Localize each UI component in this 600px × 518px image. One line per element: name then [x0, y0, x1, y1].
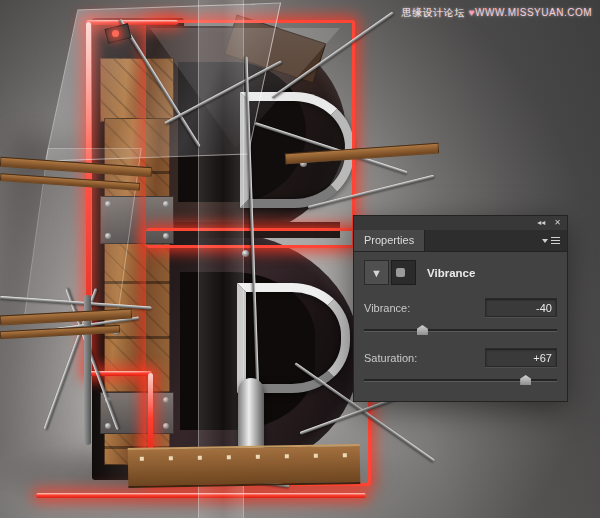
panel-title: Vibrance — [427, 267, 475, 279]
panel-tab-bar: Properties — [353, 230, 568, 252]
menu-lines-icon — [551, 237, 560, 244]
vibrance-slider-thumb[interactable] — [417, 325, 428, 335]
adjustment-header-row: ▼ Vibrance — [354, 252, 567, 287]
rivet — [105, 423, 111, 429]
menu-triangle-icon — [542, 239, 548, 243]
wood-base-plank — [128, 444, 361, 488]
close-panel-icon[interactable]: ✕ — [554, 219, 561, 227]
panel-menu-icon[interactable] — [535, 230, 567, 251]
saturation-label: Saturation: — [364, 352, 417, 364]
watermark-site-name: 思缘设计论坛 — [402, 7, 465, 18]
vibrance-slider[interactable] — [364, 324, 557, 337]
collapse-panel-icon[interactable]: ◂◂ — [537, 219, 545, 227]
rod-joint — [242, 250, 249, 257]
tab-bar-spacer — [425, 230, 535, 251]
saturation-slider-thumb[interactable] — [520, 375, 531, 385]
vibrance-value-input[interactable] — [485, 298, 557, 317]
photoshop-canvas: 思缘设计论坛♥WWW.MISSYUAN.COM ◂◂ ✕ Properties … — [0, 0, 600, 518]
saturation-value-input[interactable] — [485, 348, 557, 367]
neon-glow-dot — [112, 30, 119, 37]
vibrance-label: Vibrance: — [364, 302, 410, 314]
vibrance-triangle-glyph: ▼ — [371, 267, 382, 279]
vibrance-slider-track[interactable] — [364, 329, 557, 332]
saturation-slider[interactable] — [364, 374, 557, 387]
mask-thumbnail — [396, 268, 405, 277]
watermark-url: WWW.MISSYUAN.COM — [475, 7, 592, 18]
tab-properties[interactable]: Properties — [354, 230, 425, 251]
panel-titlebar: ◂◂ ✕ — [353, 215, 568, 230]
mask-icon[interactable] — [391, 260, 416, 285]
vibrance-adjustment-icon[interactable]: ▼ — [364, 260, 389, 285]
properties-panel: ◂◂ ✕ Properties ▼ Vibrance Vibranc — [353, 215, 568, 402]
vibrance-field-row: Vibrance: — [364, 298, 557, 317]
saturation-field-row: Saturation: — [364, 348, 557, 367]
panel-body: ▼ Vibrance Vibrance: Saturation: — [353, 252, 568, 402]
watermark: 思缘设计论坛♥WWW.MISSYUAN.COM — [402, 6, 592, 20]
